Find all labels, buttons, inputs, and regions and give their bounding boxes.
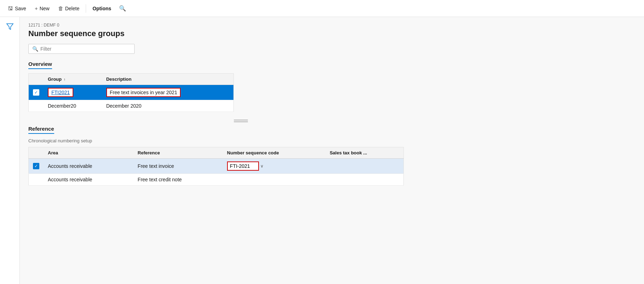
overview-header-row: Group ↑ Description [29, 74, 234, 85]
delete-button[interactable]: 🗑 Delete [55, 3, 83, 13]
ref-col-number-sequence-code: Number sequence code [223, 147, 326, 159]
overview-section: Overview Group ↑ Description ✓FTI2021Fre… [28, 61, 635, 112]
row-description: Free text invoices in year 2021 [102, 85, 234, 100]
toolbar: 🖫 Save + New 🗑 Delete Options 🔍 [0, 0, 644, 17]
row-check: ✓ [29, 85, 44, 100]
filter-container: 🔍 [28, 44, 635, 54]
group-cell-highlight[interactable]: FTI2021 [48, 88, 73, 97]
content-area: 12171 : DEMF 0 Number sequence groups 🔍 … [20, 17, 644, 284]
filter-icon[interactable] [6, 23, 14, 32]
ref-row-area: Accounts receivable [44, 174, 134, 186]
ref-row-reference: Free text invoice [134, 159, 223, 174]
save-label: Save [15, 6, 26, 11]
chevron-down-icon[interactable]: ∨ [260, 164, 264, 169]
new-icon: + [35, 5, 38, 11]
ref-row-seq-code[interactable]: ∨ [223, 159, 326, 174]
seq-code-input[interactable] [227, 161, 259, 171]
row-check [29, 100, 44, 112]
overview-header: Overview [28, 61, 52, 69]
drag-handle[interactable] [234, 120, 248, 122]
table-row[interactable]: December20December 2020 [29, 100, 234, 112]
ref-row-area: Accounts receivable [44, 159, 134, 174]
breadcrumb: 12171 : DEMF 0 [28, 23, 635, 28]
reference-section: Reference Chronological numbering setup … [28, 126, 635, 186]
delete-icon: 🗑 [58, 5, 63, 11]
search-button[interactable]: 🔍 [116, 4, 129, 13]
save-icon: 🖫 [8, 5, 13, 11]
filter-search-icon: 🔍 [32, 46, 38, 52]
filter-input[interactable] [40, 46, 131, 52]
search-icon: 🔍 [119, 5, 126, 11]
delete-label: Delete [65, 6, 79, 11]
row-description: December 2020 [102, 100, 234, 112]
ref-col-check [29, 147, 44, 159]
ref-row-check: ✓ [29, 159, 44, 174]
options-label: Options [92, 6, 111, 11]
check-icon: ✓ [33, 163, 39, 169]
ref-row-sales-tax-book [326, 159, 404, 174]
ref-col-reference: Reference [134, 147, 223, 159]
new-label: New [40, 6, 50, 11]
ref-col-sales-tax-book: Sales tax book ... [326, 147, 404, 159]
save-button[interactable]: 🖫 Save [4, 3, 30, 13]
sort-icon: ↑ [64, 78, 66, 81]
ref-row-sales-tax-book [326, 174, 404, 186]
col-description: Description [102, 74, 234, 85]
sidebar-strip [0, 17, 20, 284]
ref-row-seq-code[interactable] [223, 174, 326, 186]
table-row[interactable]: ✓Accounts receivableFree text invoice∨ [29, 159, 404, 174]
ref-col-area: Area [44, 147, 134, 159]
new-button[interactable]: + New [31, 3, 53, 13]
subsection-label: Chronological numbering setup [28, 138, 635, 143]
toolbar-divider [86, 4, 86, 13]
table-row[interactable]: Accounts receivableFree text credit note [29, 174, 404, 186]
col-group: Group ↑ [44, 74, 102, 85]
options-button[interactable]: Options [89, 4, 115, 13]
page-title: Number sequence groups [28, 29, 635, 38]
table-row[interactable]: ✓FTI2021Free text invoices in year 2021 [29, 85, 234, 100]
check-icon: ✓ [33, 89, 39, 96]
reference-header: Reference [28, 126, 54, 134]
reference-table: Area Reference Number sequence code Sale… [28, 147, 404, 186]
row-group: FTI2021 [44, 85, 102, 100]
main-layout: 12171 : DEMF 0 Number sequence groups 🔍 … [0, 17, 644, 284]
ref-row-check [29, 174, 44, 186]
ref-row-reference: Free text credit note [134, 174, 223, 186]
col-check [29, 74, 44, 85]
description-cell-highlight: Free text invoices in year 2021 [106, 88, 181, 97]
svg-marker-0 [7, 24, 13, 29]
filter-input-wrap: 🔍 [28, 44, 135, 54]
row-group: December20 [44, 100, 102, 112]
ref-header-row: Area Reference Number sequence code Sale… [29, 147, 404, 159]
overview-table: Group ↑ Description ✓FTI2021Free text in… [28, 73, 234, 112]
